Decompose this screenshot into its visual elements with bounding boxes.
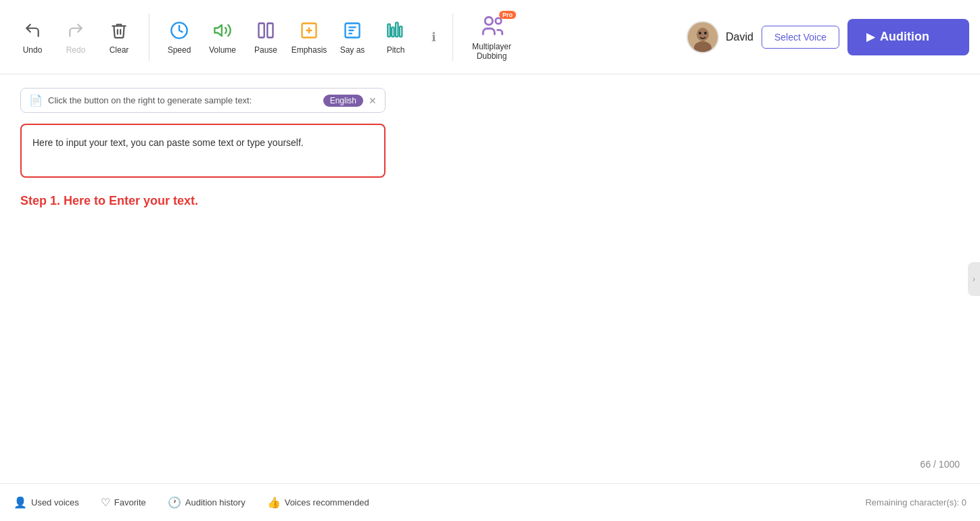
avatar	[686, 21, 719, 53]
redo-button[interactable]: Redo	[54, 7, 97, 68]
toolbar-group-audio: Speed Volume Pause Emphasis Say as	[158, 7, 417, 68]
select-voice-button[interactable]: Select Voice	[762, 26, 839, 49]
svg-point-15	[699, 32, 701, 34]
used-voices-icon: 👤	[14, 496, 27, 509]
undo-button[interactable]: Undo	[11, 7, 54, 68]
history-icon: 🕐	[168, 496, 181, 509]
svg-point-16	[704, 32, 707, 34]
char-count: 66 / 1000	[920, 459, 960, 470]
pitch-icon	[385, 20, 406, 41]
audition-button[interactable]: ▶ Audition	[847, 19, 969, 55]
toolbar-divider-2	[452, 14, 453, 61]
voice-name: David	[726, 31, 753, 43]
multiplayer-icon: Pro	[480, 14, 504, 38]
play-icon: ▶	[866, 30, 874, 43]
toolbar: Undo Redo Clear Speed Volume	[0, 0, 980, 74]
audition-history-button[interactable]: 🕐 Audition history	[168, 496, 246, 509]
toolbar-right: David Select Voice ▶ Audition	[686, 19, 969, 55]
document-icon: 📄	[29, 94, 43, 107]
volume-button[interactable]: Volume	[201, 7, 244, 68]
svg-marker-1	[214, 24, 222, 35]
toolbar-group-history: Undo Redo Clear	[11, 7, 141, 68]
svg-point-10	[485, 17, 492, 24]
chevron-right-icon: ›	[973, 274, 975, 284]
emphasis-icon	[298, 20, 320, 41]
info-button[interactable]: ℹ	[423, 26, 444, 48]
collapse-handle[interactable]: ›	[968, 262, 980, 296]
speed-button[interactable]: Speed	[158, 7, 201, 68]
bottom-bar: 👤 Used voices ♡ Favorite 🕐 Audition hist…	[0, 483, 980, 521]
volume-icon	[212, 20, 233, 41]
pro-badge: Pro	[499, 11, 516, 19]
text-input-area[interactable]: Here to input your text, you can paste s…	[20, 124, 386, 178]
voices-recommended-button[interactable]: 👍 Voices recommended	[267, 496, 369, 509]
svg-point-11	[496, 18, 502, 24]
pause-button[interactable]: Pause	[244, 7, 287, 68]
step-instruction: Step 1. Here to Enter your text.	[20, 194, 960, 208]
toolbar-divider-1	[149, 14, 149, 61]
remaining-chars: Remaining character(s): 0	[865, 497, 966, 507]
emphasis-button[interactable]: Emphasis	[287, 7, 331, 68]
svg-rect-6	[388, 24, 390, 36]
undo-icon	[22, 20, 43, 41]
sample-bar-text: Click the button on the right to generat…	[48, 95, 318, 105]
favorite-button[interactable]: ♡ Favorite	[101, 496, 146, 509]
multiplayer-dubbing-button[interactable]: Pro Multiplayer Dubbing	[461, 7, 522, 68]
svg-rect-8	[396, 22, 398, 36]
close-sample-bar-button[interactable]: ✕	[369, 95, 377, 106]
say-as-button[interactable]: Say as	[331, 7, 374, 68]
pause-icon	[255, 20, 277, 41]
text-content: Here to input your text, you can paste s…	[32, 136, 373, 150]
redo-icon	[65, 20, 87, 41]
used-voices-button[interactable]: 👤 Used voices	[14, 496, 79, 509]
say-as-icon	[342, 20, 363, 41]
svg-point-13	[697, 28, 709, 41]
lang-badge: English	[323, 95, 363, 107]
clear-icon	[108, 20, 130, 41]
svg-rect-2	[259, 23, 264, 37]
clear-button[interactable]: Clear	[97, 7, 141, 68]
svg-rect-7	[392, 27, 394, 36]
heart-icon: ♡	[101, 496, 110, 509]
info-icon: ℹ	[431, 30, 436, 45]
svg-rect-9	[400, 26, 402, 36]
speed-icon	[168, 20, 190, 41]
thumbs-up-icon: 👍	[267, 496, 281, 509]
sample-bar: 📄 Click the button on the right to gener…	[20, 88, 386, 113]
voice-selector: David	[686, 21, 753, 53]
svg-rect-3	[267, 23, 273, 37]
main-content: 📄 Click the button on the right to gener…	[0, 74, 980, 483]
pitch-button[interactable]: Pitch	[374, 7, 417, 68]
